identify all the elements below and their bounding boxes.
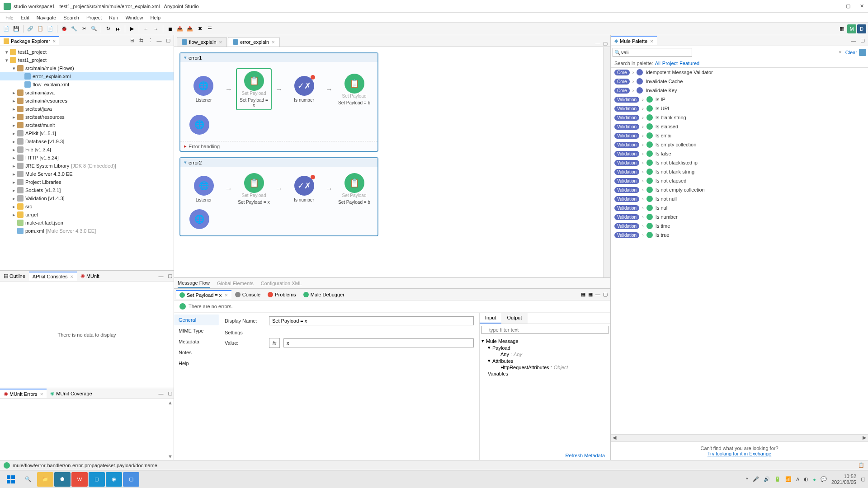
tray-up-icon[interactable]: ^ [746,477,748,482]
tab-configuration-xml[interactable]: Configuration XML [261,279,302,287]
app1-icon[interactable]: ⬢ [54,472,71,487]
toolbar-icon[interactable]: ▦ [588,291,593,297]
perspective-debug[interactable]: D [857,24,866,33]
app3-icon[interactable]: ▢ [89,472,105,487]
palette-item[interactable]: Validation›Is false [611,149,868,158]
minimize-button[interactable]: — [832,4,837,9]
save-button[interactable]: 💾 [12,24,21,33]
prop-tab-set-payload-=-x[interactable]: Set Payload = x× [176,290,231,299]
refresh-button[interactable]: ↻ [104,24,113,33]
tray-app-icon[interactable]: ● [813,477,816,482]
close-button[interactable]: ✕ [859,4,864,9]
tray-lang-icon[interactable]: ◐ [804,476,808,482]
filter-all[interactable]: All [655,61,660,66]
stop-button[interactable]: ⏹ [165,24,175,33]
palette-item[interactable]: Validation›Is blank string [611,113,868,122]
flow-error1[interactable]: ▾error1🌐Listener→📋Set PayloadSet Payload… [179,52,378,152]
tree-node[interactable]: ▸JRE System Library[JDK 8 (Embedded)] [0,162,174,170]
flow-node[interactable]: 🌐Listener [186,76,222,103]
editor-tab-error_explain[interactable]: error_explain× [228,37,280,47]
tree-node[interactable]: pom.xml[Mule Server 4.3.0 EE] [0,227,174,235]
filter-featured[interactable]: Featured [679,61,699,66]
copy-button[interactable]: 📋 [36,24,45,33]
tray-battery-icon[interactable]: 🔋 [774,476,781,482]
flow-node[interactable]: 📋Set PayloadSet Payload = b [336,173,372,205]
debug-button[interactable]: 🐞 [60,24,69,33]
maximize-button[interactable]: ▢ [845,4,851,9]
io-node[interactable]: ▾ Attributes [481,357,609,364]
io-tree[interactable]: ▾ Mule Message▾ Payload Any : Any▾ Attri… [480,336,610,451]
palette-item[interactable]: Validation›Is true [611,230,868,239]
clear-search-icon[interactable]: × [839,49,841,55]
palette-tab[interactable]: ◆ Mule Palette × [611,36,657,45]
io-node[interactable]: Variables [481,371,609,377]
display-name-input[interactable] [269,316,474,325]
palette-item[interactable]: Validation›Is time [611,221,868,230]
tree-node[interactable]: ▸src/test/java [0,105,174,113]
io-node[interactable]: Any : Any [481,351,609,357]
palette-item[interactable]: Validation›Is not null [611,194,868,203]
menu-project[interactable]: Project [83,14,105,21]
tab-message-flow[interactable]: Message Flow [178,279,210,288]
tray-ime-icon[interactable]: A [796,477,799,482]
flow-node[interactable]: 🌐Listener [186,176,222,202]
tab-munit-coverage[interactable]: ◉ MUnit Coverage [47,389,95,398]
palette-item[interactable]: Core›Invalidate Key [611,86,868,95]
flow-node[interactable]: 📋Set PayloadSet Payload = x [236,68,272,110]
refresh-metadata-link[interactable]: Refresh Metadata [480,451,610,460]
view-menu-icon[interactable]: ⋮ [146,37,154,44]
close-tab-icon[interactable]: × [53,38,56,44]
maximize-icon[interactable]: ▢ [603,291,608,297]
tree-node[interactable]: ▾test1_project [0,56,174,64]
link-button[interactable]: 🔗 [26,24,35,33]
list-button[interactable]: ☰ [205,24,214,33]
palette-list[interactable]: Core›Idempotent Message ValidatorCore›In… [611,68,868,434]
back-button[interactable]: ← [142,24,151,33]
tree-node[interactable]: ▸Project Libraries [0,178,174,186]
prop-tab-mule-debugger[interactable]: Mule Debugger [300,291,348,299]
prop-tab-console[interactable]: Console [231,291,264,299]
maximize-editor-icon[interactable]: ▢ [603,41,608,47]
prop-nav-metadata[interactable]: Metadata [174,336,219,347]
horizontal-scrollbar[interactable]: ◀▶ [611,434,868,441]
tray-mic-icon[interactable]: 🎤 [753,476,759,482]
tree-node[interactable]: ▸HTTP [v1.5.24] [0,154,174,162]
link-editor-icon[interactable]: ⇆ [137,37,145,44]
app2-icon[interactable]: W [71,472,88,487]
palette-item[interactable]: Validation›Is empty collection [611,140,868,149]
tree-node[interactable]: ▸Validation [v1.4.3] [0,194,174,202]
tree-node[interactable]: ▸src/main/resources [0,97,174,105]
forward-button[interactable]: → [151,24,160,33]
clear-link[interactable]: Clear [845,50,857,55]
palette-item[interactable]: Validation›Is IP [611,95,868,104]
value-input[interactable] [283,338,474,347]
maximize-view-icon[interactable]: ▢ [166,390,174,397]
tree-node[interactable]: ▸target [0,211,174,219]
tree-node[interactable]: mule-artifact.json [0,219,174,227]
menu-file[interactable]: File [2,14,17,21]
tree-node[interactable]: ▸src/test/resources [0,113,174,121]
package-explorer-tree[interactable]: ▾test1_project▾test1_project▾src/main/mu… [0,46,174,270]
scroll-up-icon[interactable]: ▲ [168,400,173,405]
palette-item[interactable]: Core›Idempotent Message Validator [611,68,868,77]
app5-icon[interactable]: ▢ [123,472,139,487]
run-button[interactable]: ▶ [127,24,137,33]
notification-center-icon[interactable]: ▢ [861,476,865,482]
tab-munit-errors[interactable]: ◉ MUnit Errors × [0,389,47,398]
tray-wifi-icon[interactable]: 📶 [785,476,792,482]
close-icon[interactable]: × [71,274,73,279]
palette-item[interactable]: Validation›Is not empty collection [611,185,868,194]
tab-output[interactable]: Output [501,313,527,324]
import-button[interactable]: 📥 [185,24,194,33]
prop-nav-mime-type[interactable]: MIME Type [174,325,219,336]
tab-global-elements[interactable]: Global Elements [217,279,254,287]
tree-node[interactable]: ▸Sockets [v1.2.1] [0,186,174,194]
menu-window[interactable]: Window [122,14,146,21]
menu-help[interactable]: Help [147,14,165,21]
close-icon[interactable]: × [40,391,43,397]
maximize-view-icon[interactable]: ▢ [859,37,866,44]
start-button[interactable] [3,472,19,487]
tray-notif-icon[interactable]: 💬 [821,476,827,482]
palette-item[interactable]: Validation›Is null [611,203,868,212]
filter-project[interactable]: Project [662,61,678,66]
